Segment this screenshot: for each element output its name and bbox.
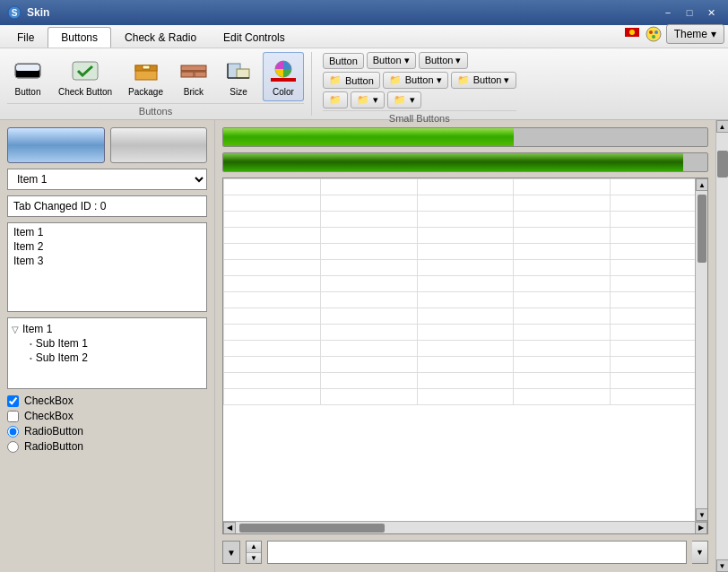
grid-scroll-area[interactable]: ▲ ▼ [223, 178, 707, 521]
minimize-button[interactable]: − [658, 4, 678, 22]
down-arrow-btn[interactable]: ▼ [222, 541, 240, 564]
grid-scroll-right-btn[interactable]: ▶ [695, 522, 707, 534]
table-cell[interactable] [224, 325, 321, 341]
table-cell[interactable] [320, 389, 417, 405]
toolbar-btn-size[interactable]: Size [218, 52, 259, 101]
table-cell[interactable] [224, 212, 321, 228]
small-btn-icon1[interactable]: 📁 [323, 91, 348, 108]
table-cell[interactable] [514, 292, 611, 308]
small-btn-button2[interactable]: Button ▾ [367, 52, 416, 69]
table-cell[interactable] [417, 195, 514, 212]
maximize-button[interactable]: □ [680, 4, 699, 22]
toolbar-btn-button[interactable]: Button [7, 52, 48, 101]
table-cell[interactable] [514, 244, 611, 260]
small-btn-icon3[interactable]: 📁 ▾ [387, 91, 421, 108]
tab-edit-controls[interactable]: Edit Controls [210, 27, 299, 48]
grid-scroll-thumb-v[interactable] [698, 195, 706, 263]
table-cell[interactable] [417, 292, 514, 308]
tab-buttons[interactable]: Buttons [48, 27, 111, 48]
small-btn-button3[interactable]: Button ▾ [419, 52, 468, 69]
list-item-3[interactable]: Item 3 [10, 254, 204, 268]
close-button[interactable]: ✕ [701, 4, 721, 22]
table-cell[interactable] [514, 325, 611, 341]
table-cell[interactable] [611, 179, 707, 195]
table-cell[interactable] [224, 389, 321, 405]
table-cell[interactable] [611, 260, 707, 276]
spin-up-btn[interactable]: ▲ [247, 542, 261, 553]
toolbar-btn-package[interactable]: Package [122, 52, 169, 101]
table-cell[interactable] [320, 276, 417, 292]
tree-child-2[interactable]: • Sub Item 2 [30, 351, 203, 365]
checkbox-2[interactable]: CheckBox [7, 410, 207, 422]
table-cell[interactable] [514, 308, 611, 325]
table-cell[interactable] [417, 325, 514, 341]
spin-down-btn[interactable]: ▼ [247, 553, 261, 564]
table-cell[interactable] [611, 325, 707, 341]
demo-btn-blue[interactable] [7, 127, 105, 163]
table-cell[interactable] [514, 276, 611, 292]
table-cell[interactable] [514, 212, 611, 228]
table-cell[interactable] [417, 308, 514, 325]
theme-button[interactable]: Theme ▾ [666, 24, 724, 44]
table-cell[interactable] [417, 212, 514, 228]
tab-check-radio[interactable]: Check & Radio [111, 27, 210, 48]
grid-scroll-thumb-h[interactable] [239, 524, 385, 533]
tab-file[interactable]: File [4, 27, 48, 48]
small-btn-folder1[interactable]: 📁 Button [323, 72, 380, 89]
checkbox-1-input[interactable] [7, 395, 19, 407]
table-cell[interactable] [417, 179, 514, 195]
table-cell[interactable] [417, 228, 514, 244]
small-btn-icon2[interactable]: 📁 ▾ [351, 91, 385, 108]
table-cell[interactable] [417, 341, 514, 357]
table-cell[interactable] [417, 260, 514, 276]
table-cell[interactable] [611, 308, 707, 325]
checkbox-1[interactable]: CheckBox [7, 394, 207, 407]
list-box[interactable]: Item 1 Item 2 Item 3 [7, 222, 207, 312]
outer-scrollbar[interactable]: ▲ ▼ [715, 120, 728, 572]
table-cell[interactable] [611, 244, 707, 260]
table-cell[interactable] [320, 292, 417, 308]
tree-parent-item[interactable]: ▽ Item 1 [12, 322, 203, 336]
toolbar-btn-color[interactable]: Color [263, 52, 304, 101]
combo-input[interactable] [267, 541, 687, 564]
small-btn-folder2[interactable]: 📁 Button ▾ [383, 72, 448, 89]
table-cell[interactable] [224, 357, 321, 373]
grid-scrollbar-vertical[interactable]: ▲ ▼ [695, 178, 707, 521]
small-btn-folder3[interactable]: 📁 Button ▾ [451, 72, 516, 89]
toolbar-btn-check-button[interactable]: Check Button [52, 52, 118, 101]
table-cell[interactable] [224, 228, 321, 244]
outer-scroll-thumb[interactable] [717, 151, 728, 178]
table-cell[interactable] [320, 260, 417, 276]
radio-2[interactable]: RadioButton [7, 440, 207, 453]
table-cell[interactable] [417, 373, 514, 389]
table-cell[interactable] [514, 228, 611, 244]
list-item-2[interactable]: Item 2 [10, 239, 204, 254]
table-cell[interactable] [320, 179, 417, 195]
table-cell[interactable] [611, 341, 707, 357]
table-cell[interactable] [611, 389, 707, 405]
spinner-control[interactable]: ▲ ▼ [246, 541, 262, 564]
small-btn-button1[interactable]: Button [323, 53, 364, 69]
table-cell[interactable] [611, 212, 707, 228]
table-cell[interactable] [514, 373, 611, 389]
table-cell[interactable] [224, 195, 321, 212]
table-cell[interactable] [224, 308, 321, 325]
table-cell[interactable] [320, 212, 417, 228]
table-cell[interactable] [224, 292, 321, 308]
grid-scroll-left-btn[interactable]: ◀ [223, 522, 236, 534]
outer-scroll-down[interactable]: ▼ [716, 559, 729, 572]
table-cell[interactable] [224, 341, 321, 357]
table-cell[interactable] [224, 276, 321, 292]
table-cell[interactable] [514, 260, 611, 276]
demo-btn-gray[interactable] [110, 127, 208, 163]
table-cell[interactable] [417, 244, 514, 260]
table-cell[interactable] [417, 389, 514, 405]
table-cell[interactable] [611, 373, 707, 389]
radio-1-input[interactable] [7, 426, 19, 438]
table-cell[interactable] [224, 179, 321, 195]
list-item-1[interactable]: Item 1 [10, 225, 204, 239]
table-cell[interactable] [320, 244, 417, 260]
table-cell[interactable] [224, 260, 321, 276]
table-cell[interactable] [320, 228, 417, 244]
item-dropdown[interactable]: Item 1 Item 2 Item 3 [7, 169, 207, 190]
